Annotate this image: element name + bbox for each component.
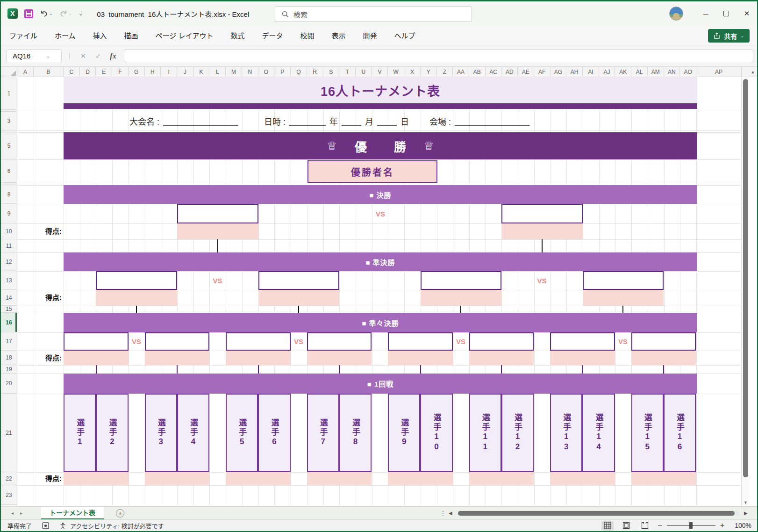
column-header-AK[interactable]: AK	[615, 67, 631, 77]
column-header-X[interactable]: X	[404, 67, 421, 77]
column-header-N[interactable]: N	[242, 67, 258, 77]
sheet-tab-tournament[interactable]: トーナメント表	[41, 507, 104, 520]
year-blank[interactable]	[289, 116, 326, 126]
column-header-AP[interactable]: AP	[696, 67, 742, 77]
quarterfinal-score-cell-2[interactable]	[145, 351, 210, 365]
zoom-out-button[interactable]: −	[658, 521, 662, 530]
player-score-cell-9[interactable]	[388, 472, 420, 485]
row-header-3[interactable]: 3	[1, 112, 17, 130]
row-header-14[interactable]: 14	[1, 290, 17, 306]
insert-function-icon[interactable]: fx	[107, 52, 119, 60]
player-score-cell-16[interactable]	[664, 472, 696, 485]
zoom-slider[interactable]	[667, 525, 715, 526]
column-header-G[interactable]: G	[129, 67, 145, 77]
ribbon-tab-10[interactable]: ヘルプ	[394, 30, 415, 40]
search-input[interactable]: 検索	[275, 6, 472, 22]
quarterfinal-score-cell-6[interactable]	[469, 351, 534, 365]
scroll-down-icon[interactable]: ▼	[742, 500, 750, 505]
column-header-J[interactable]: J	[177, 67, 193, 77]
final-score-cell-2[interactable]	[501, 223, 583, 239]
ribbon-tab-4[interactable]: ページ レイアウト	[156, 30, 214, 40]
player-score-cell-4[interactable]	[177, 472, 209, 485]
ribbon-tab-2[interactable]: 挿入	[93, 30, 107, 40]
row-header-18[interactable]: 18	[1, 351, 17, 365]
hscroll-right-icon[interactable]: ▶	[744, 510, 748, 516]
page-break-preview-button[interactable]	[639, 521, 651, 531]
player-cell-11[interactable]: 選手11	[469, 394, 501, 472]
champion-name-cell[interactable]: 優勝者名	[307, 160, 437, 183]
column-header-R[interactable]: R	[307, 67, 323, 77]
ribbon-tab-0[interactable]: ファイル	[9, 30, 37, 40]
semifinal-score-cell-4[interactable]	[583, 290, 664, 306]
row-header-11[interactable]: 11	[1, 239, 17, 252]
column-header-W[interactable]: W	[388, 67, 404, 77]
semifinal-winner-cell-4[interactable]	[583, 271, 664, 290]
row-header-15[interactable]: 15	[1, 306, 17, 313]
row-header-22[interactable]: 22	[1, 472, 17, 485]
column-header-H[interactable]: H	[145, 67, 161, 77]
column-header-B[interactable]: B	[34, 67, 64, 77]
player-score-cell-2[interactable]	[96, 472, 128, 485]
close-button[interactable]: ✕	[737, 1, 757, 26]
scroll-up-icon[interactable]: ▲	[749, 67, 757, 77]
accessibility-icon[interactable]	[59, 522, 66, 529]
share-dropdown-icon[interactable]: ⌄	[740, 34, 744, 38]
quarterfinal-score-cell-4[interactable]	[307, 351, 372, 365]
quarterfinal-score-cell-3[interactable]	[226, 351, 291, 365]
tournament-name-blank[interactable]	[163, 116, 238, 126]
vertical-scrollbar[interactable]: ▼	[741, 77, 750, 506]
zoom-slider-thumb[interactable]	[689, 522, 693, 529]
player-score-cell-14[interactable]	[582, 472, 615, 485]
row-header-1[interactable]: 1	[1, 77, 17, 110]
column-header-AO[interactable]: AO	[680, 67, 696, 77]
column-header-Y[interactable]: Y	[421, 67, 437, 77]
column-header-S[interactable]: S	[323, 67, 340, 77]
row-header-21[interactable]: 21	[1, 394, 17, 472]
row-header-5[interactable]: 5	[1, 132, 17, 159]
final-winner-cell-1[interactable]	[177, 204, 258, 223]
horizontal-scrollbar-thumb[interactable]	[458, 511, 735, 516]
player-cell-3[interactable]: 選手3	[145, 394, 177, 472]
column-header-AI[interactable]: AI	[583, 67, 599, 77]
column-header-P[interactable]: P	[274, 67, 291, 77]
quick-access-toolbar-menu[interactable]: ⌄̄	[79, 11, 83, 17]
ribbon-tab-3[interactable]: 描画	[124, 30, 138, 40]
player-cell-12[interactable]: 選手12	[501, 394, 534, 472]
venue-blank[interactable]	[455, 116, 529, 126]
sheet-nav-arrows[interactable]: ◂▸	[11, 510, 29, 516]
row-header-10[interactable]: 10	[1, 223, 17, 239]
column-header-C[interactable]: C	[64, 67, 80, 77]
row-header-12[interactable]: 12	[1, 252, 17, 271]
player-score-cell-8[interactable]	[339, 472, 372, 485]
player-score-cell-13[interactable]	[550, 472, 582, 485]
column-header-U[interactable]: U	[356, 67, 372, 77]
column-header-AH[interactable]: AH	[566, 67, 583, 77]
column-header-AL[interactable]: AL	[631, 67, 648, 77]
player-score-cell-7[interactable]	[307, 472, 339, 485]
account-avatar[interactable]	[669, 7, 683, 21]
row-header-17[interactable]: 17	[1, 332, 17, 351]
player-score-cell-1[interactable]	[64, 472, 96, 485]
quarterfinal-winner-cell-3[interactable]	[226, 332, 291, 351]
column-header-AN[interactable]: AN	[664, 67, 680, 77]
undo-dropdown-icon[interactable]: ⌄	[49, 11, 53, 16]
quarterfinal-score-cell-1[interactable]	[64, 351, 129, 365]
zoom-in-button[interactable]: +	[720, 521, 724, 530]
player-score-cell-5[interactable]	[226, 472, 258, 485]
quarterfinal-score-cell-5[interactable]	[388, 351, 453, 365]
name-box[interactable]: ⌄	[7, 49, 62, 63]
ribbon-tab-7[interactable]: 校閲	[300, 30, 315, 40]
column-header-E[interactable]: E	[96, 67, 112, 77]
row-header-19[interactable]: 19	[1, 365, 17, 374]
quarterfinal-winner-cell-7[interactable]	[550, 332, 615, 351]
column-header-T[interactable]: T	[339, 67, 356, 77]
player-cell-1[interactable]: 選手1	[64, 394, 96, 472]
player-cell-9[interactable]: 選手9	[388, 394, 420, 472]
macro-record-icon[interactable]	[42, 522, 49, 529]
player-cell-13[interactable]: 選手13	[550, 394, 582, 472]
ribbon-tab-1[interactable]: ホーム	[55, 30, 76, 40]
semifinal-score-cell-3[interactable]	[421, 290, 502, 306]
column-header-K[interactable]: K	[193, 67, 210, 77]
player-cell-2[interactable]: 選手2	[96, 394, 128, 472]
quarterfinal-score-cell-7[interactable]	[550, 351, 615, 365]
